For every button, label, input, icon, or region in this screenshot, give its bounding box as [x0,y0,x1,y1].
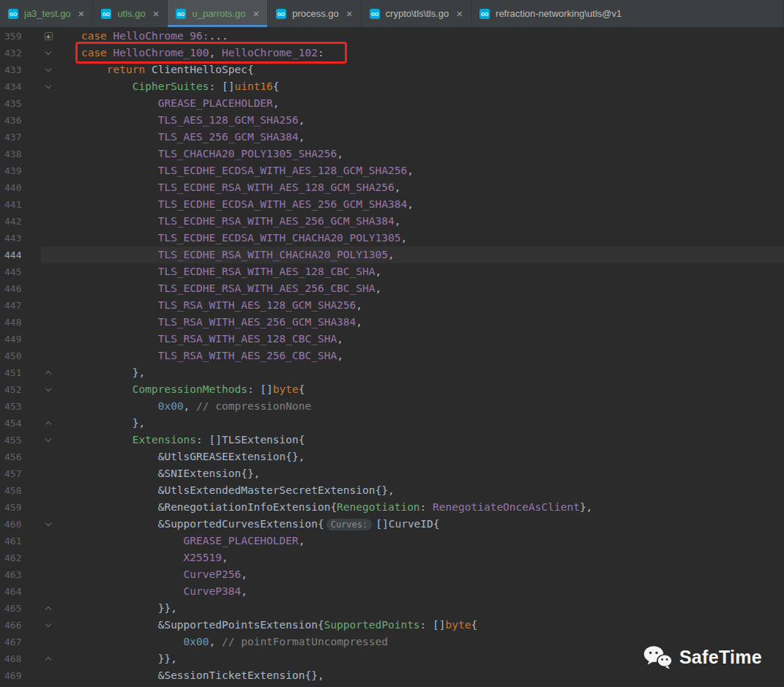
code-line-456[interactable]: 456 &UtlsGREASEExtension{}, [0,448,784,465]
code-line-444[interactable]: 444 TLS_ECDHE_RSA_WITH_CHACHA20_POLY1305… [0,247,784,263]
fold-start-icon[interactable] [41,432,56,448]
gutter-spacer [41,465,56,482]
code-text: CompressionMethods: []byte{ [56,381,305,398]
editor[interactable]: 359+ case HelloChrome_96:...432 case Hel… [0,28,784,687]
line-number: 432 [0,45,41,61]
code-line-433[interactable]: 433 return ClientHelloSpec{ [0,61,784,78]
code-line-434[interactable]: 434 CipherSuites: []uint16{ [0,78,784,95]
code-line-437[interactable]: 437 TLS_AES_256_GCM_SHA384, [0,129,784,146]
code-text: &RenegotiationInfoExtension{Renegotiatio… [56,499,592,516]
tab-close-icon[interactable]: × [456,8,463,19]
code-line-453[interactable]: 453 0x00, // compressionNone [0,398,784,415]
gutter-spacer [41,146,56,162]
fold-end-icon[interactable] [41,364,56,381]
tab-close-icon[interactable]: × [346,8,353,19]
code-line-461[interactable]: 461 GREASE_PLACEHOLDER, [0,533,784,549]
code-line-439[interactable]: 439 TLS_ECDHE_ECDSA_WITH_AES_128_GCM_SHA… [0,162,784,179]
code-line-436[interactable]: 436 TLS_AES_128_GCM_SHA256, [0,112,784,129]
tab-ja3_test.go[interactable]: GOja3_test.go× [0,0,93,27]
code-line-446[interactable]: 446 TLS_ECDHE_RSA_WITH_AES_256_CBC_SHA, [0,280,784,297]
fold-end-icon[interactable] [41,650,56,667]
code-line-438[interactable]: 438 TLS_CHACHA20_POLY1305_SHA256, [0,146,784,162]
fold-start-icon[interactable] [41,617,56,634]
code-line-466[interactable]: 466 &SupportedPointsExtension{SupportedP… [0,617,784,634]
line-number: 457 [0,465,41,482]
code-line-435[interactable]: 435 GREASE_PLACEHOLDER, [0,95,784,112]
code-line-442[interactable]: 442 TLS_ECDHE_RSA_WITH_AES_256_GCM_SHA38… [0,213,784,230]
code-line-443[interactable]: 443 TLS_ECDHE_ECDSA_WITH_CHACHA20_POLY13… [0,230,784,247]
line-number: 456 [0,448,41,465]
gutter-spacer [41,549,56,566]
tab-label: process.go [292,8,339,19]
code-line-440[interactable]: 440 TLS_ECDHE_RSA_WITH_AES_128_GCM_SHA25… [0,179,784,196]
line-number: 450 [0,348,41,364]
code-text: Extensions: []TLSExtension{ [56,432,305,448]
code-line-460[interactable]: 460 &SupportedCurvesExtension{Curves:[]C… [0,516,784,533]
fold-start-icon[interactable] [41,61,56,78]
code-line-452[interactable]: 452 CompressionMethods: []byte{ [0,381,784,398]
go-file-icon: GO [479,8,490,20]
line-number: 461 [0,533,41,549]
fold-start-icon[interactable] [41,516,56,533]
gutter-spacer [41,179,56,196]
fold-end-icon[interactable] [41,415,56,432]
code-line-447[interactable]: 447 TLS_RSA_WITH_AES_128_GCM_SHA256, [0,297,784,314]
code-text: TLS_ECDHE_ECDSA_WITH_AES_256_GCM_SHA384, [56,196,414,213]
code-line-469[interactable]: 469 &SessionTicketExtension{}, [0,667,784,684]
go-file-icon: GO [7,8,19,20]
code-line-432[interactable]: 432 case HelloChrome_100, HelloChrome_10… [0,45,784,61]
code-line-457[interactable]: 457 &SNIExtension{}, [0,465,784,482]
code-text: TLS_ECDHE_RSA_WITH_CHACHA20_POLY1305, [56,247,395,263]
tab-crypto-tls-tls.go[interactable]: GOcrypto\tls\tls.go× [362,0,471,27]
code-line-454[interactable]: 454 }, [0,415,784,432]
code-line-458[interactable]: 458 &UtlsExtendedMasterSecretExtension{}… [0,482,784,499]
fold-start-icon[interactable] [41,381,56,398]
code-text: TLS_ECDHE_RSA_WITH_AES_128_CBC_SHA, [56,263,381,280]
line-number: 462 [0,549,41,566]
gutter-spacer [41,129,56,146]
tab-refraction-networking-utls@v1[interactable]: GOrefraction-networking\utls@v1 [471,0,784,27]
code-text: GREASE_PLACEHOLDER, [56,533,305,549]
code-line-455[interactable]: 455 Extensions: []TLSExtension{ [0,432,784,448]
code-text: &SupportedPointsExtension{SupportedPoint… [56,617,477,634]
svg-text:GO: GO [481,12,488,17]
code-line-445[interactable]: 445 TLS_ECDHE_RSA_WITH_AES_128_CBC_SHA, [0,263,784,280]
code-line-448[interactable]: 448 TLS_RSA_WITH_AES_256_GCM_SHA384, [0,314,784,331]
tab-utls.go[interactable]: GOutls.go× [93,0,168,27]
line-number: 465 [0,600,41,617]
fold-start-icon[interactable] [41,78,56,95]
code-line-450[interactable]: 450 TLS_RSA_WITH_AES_256_CBC_SHA, [0,348,784,364]
tab-u_parrots.go[interactable]: GOu_parrots.go× [168,0,268,27]
line-number: 469 [0,667,41,684]
code-line-449[interactable]: 449 TLS_RSA_WITH_AES_128_CBC_SHA, [0,331,784,348]
code-line-464[interactable]: 464 CurveP384, [0,583,784,600]
code-text: return ClientHelloSpec{ [56,61,254,78]
fold-end-icon[interactable] [41,600,56,617]
code-text: &ALPNExtension{AlpnProtocols: []string{"… [56,684,529,687]
line-number: 466 [0,617,41,634]
code-line-462[interactable]: 462 X25519, [0,549,784,566]
code-text: }}, [56,650,177,667]
code-text: TLS_CHACHA20_POLY1305_SHA256, [56,146,343,162]
line-number: 463 [0,566,41,583]
code-line-465[interactable]: 465 }}, [0,600,784,617]
code-line-470[interactable]: 470 &ALPNExtension{AlpnProtocols: []stri… [0,684,784,687]
code-line-359[interactable]: 359+ case HelloChrome_96:... [0,28,784,45]
line-number: 459 [0,499,41,516]
line-number: 454 [0,415,41,432]
gutter-spacer [41,482,56,499]
tab-process.go[interactable]: GOprocess.go× [268,0,361,27]
fold-plus-icon[interactable]: + [41,28,56,45]
tab-close-icon[interactable]: × [153,8,160,19]
fold-start-icon[interactable] [41,45,56,61]
tab-label: utls.go [117,8,145,19]
code-line-459[interactable]: 459 &RenegotiationInfoExtension{Renegoti… [0,499,784,516]
code-line-451[interactable]: 451 }, [0,364,784,381]
tab-close-icon[interactable]: × [253,8,259,19]
code-line-463[interactable]: 463 CurveP256, [0,566,784,583]
code-line-441[interactable]: 441 TLS_ECDHE_ECDSA_WITH_AES_256_GCM_SHA… [0,196,784,213]
watermark-label: SafeTime [679,647,762,668]
code-text: }, [56,415,145,432]
code-text: &UtlsGREASEExtension{}, [56,448,305,465]
tab-close-icon[interactable]: × [78,8,85,19]
